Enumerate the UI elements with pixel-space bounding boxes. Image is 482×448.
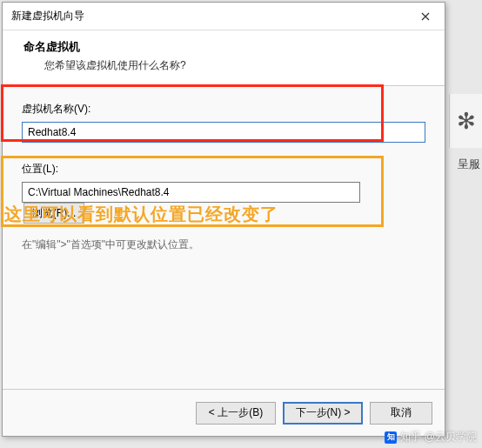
default-location-hint: 在"编辑">"首选项"中可更改默认位置。 <box>22 237 425 252</box>
cancel-button[interactable]: 取消 <box>370 402 432 425</box>
watermark: 知 知乎 @云贝学院 <box>385 430 477 445</box>
browse-button[interactable]: 浏览(R)... <box>23 203 84 224</box>
watermark-text: 知乎 @云贝学院 <box>400 430 477 445</box>
vm-name-input[interactable] <box>22 122 425 143</box>
wizard-buttonbar: < 上一步(B) 下一步(N) > 取消 <box>3 389 445 436</box>
page-description: 您希望该虚拟机使用什么名称? <box>20 58 427 73</box>
zhihu-logo-icon: 知 <box>385 431 397 444</box>
close-icon <box>421 12 430 21</box>
close-button[interactable] <box>406 3 445 30</box>
vm-name-label: 虚拟机名称(V): <box>22 102 90 117</box>
window-title: 新建虚拟机向导 <box>11 9 84 23</box>
wizard-content: 虚拟机名称(V): 位置(L): 浏览(R)... 在"编辑">"首选项"中可更… <box>3 86 445 389</box>
wizard-header: 命名虚拟机 您希望该虚拟机使用什么名称? <box>3 30 445 86</box>
vm-location-input[interactable] <box>22 182 360 203</box>
next-button[interactable]: 下一步(N) > <box>283 402 363 425</box>
vm-location-label: 位置(L): <box>22 162 58 177</box>
back-button[interactable]: < 上一步(B) <box>196 402 276 425</box>
wizard-dialog: 新建虚拟机向导 命名虚拟机 您希望该虚拟机使用什么名称? 虚拟机名称(V): 位… <box>2 2 445 437</box>
vm-location-group: 位置(L): 浏览(R)... <box>22 162 425 224</box>
vm-name-group: 虚拟机名称(V): <box>22 102 425 143</box>
titlebar: 新建虚拟机向导 <box>3 3 445 30</box>
background-text: 呈服 <box>458 157 480 172</box>
page-title: 命名虚拟机 <box>20 39 427 55</box>
background-fragment-icon: ✻ <box>449 94 482 148</box>
